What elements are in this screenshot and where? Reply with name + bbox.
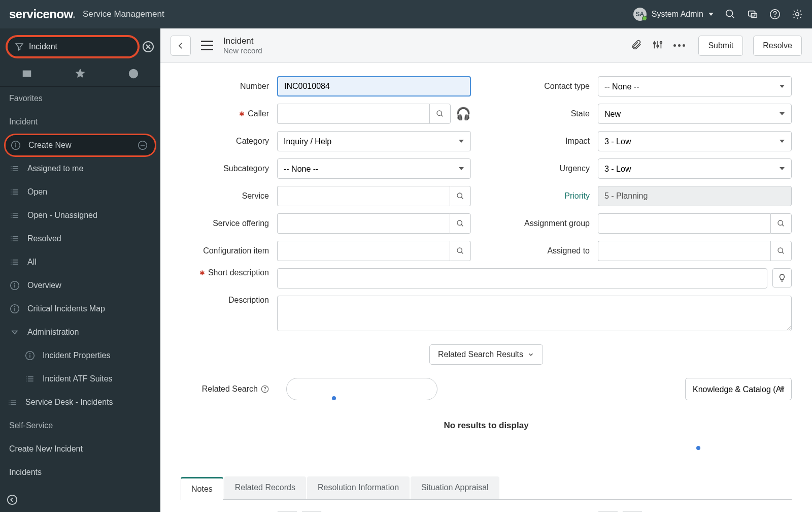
tab-related-records[interactable]: Related Records [224, 476, 306, 499]
tab-situation[interactable]: Situation Appraisal [411, 476, 499, 499]
logo: servicenow. [9, 7, 76, 21]
svg-line-77 [441, 115, 443, 116]
remove-icon[interactable] [137, 140, 148, 151]
nav-label: Create New Incident [9, 444, 83, 454]
nav-critical-map[interactable]: Critical Incidents Map [0, 297, 160, 321]
svg-point-6 [796, 13, 799, 16]
nav-administration[interactable]: Administration [0, 321, 160, 344]
contact-type-select[interactable]: -- None -- [598, 76, 792, 97]
nav-filter-input[interactable] [29, 42, 130, 51]
submit-button[interactable]: Submit [698, 36, 743, 56]
chat-icon[interactable] [747, 9, 758, 20]
global-search-icon[interactable] [725, 9, 736, 20]
nav-filter-box[interactable] [7, 37, 138, 57]
related-search-scope[interactable]: Knowledge & Catalog (All) [685, 378, 792, 400]
config-item-lookup-icon[interactable] [450, 241, 471, 261]
service-input[interactable] [277, 186, 450, 206]
nav-tab-all-apps-icon[interactable] [19, 66, 35, 81]
nav-create-new[interactable]: Create New [4, 134, 156, 157]
subcategory-select[interactable]: -- None -- [277, 158, 471, 179]
nav-tab-history-icon[interactable] [126, 66, 141, 81]
list-icon [9, 233, 20, 244]
assigned-to-input[interactable] [598, 241, 770, 261]
tab-notes[interactable]: Notes [181, 477, 223, 500]
settings-gear-icon[interactable] [792, 9, 803, 20]
nav-create-new-incident[interactable]: Create New Incident [0, 437, 160, 461]
funnel-icon [15, 42, 24, 51]
nav-label: Resolved [27, 234, 61, 243]
config-item-input[interactable] [277, 241, 450, 261]
category-select[interactable]: Inquiry / Help [277, 131, 471, 151]
back-button[interactable] [171, 36, 191, 56]
related-search-label: Related Search [181, 385, 277, 394]
tab-resolution-info[interactable]: Resolution Information [307, 476, 410, 499]
impact-label: Impact [501, 137, 598, 146]
priority-label[interactable]: Priority [501, 191, 598, 201]
caller-input[interactable] [277, 104, 429, 124]
avatar[interactable]: SA [633, 8, 647, 21]
personalize-icon[interactable] [652, 39, 663, 52]
number-input[interactable] [277, 76, 471, 97]
no-results-text: No results to display [181, 421, 792, 431]
number-label: Number [181, 82, 277, 91]
chevron-down-icon [9, 327, 20, 338]
suggestion-bulb-icon[interactable] [772, 268, 792, 287]
list-icon [9, 210, 20, 221]
assignment-group-lookup-icon[interactable] [770, 213, 792, 234]
assignment-group-label: Assignment group [501, 219, 598, 228]
nav-service-desk[interactable]: Service Desk - Incidents [0, 391, 160, 414]
headset-icon[interactable]: 🎧 [456, 107, 471, 121]
nav-label: Incident Properties [43, 351, 110, 360]
collapse-nav-icon[interactable] [5, 493, 19, 507]
nav-open-unassigned[interactable]: Open - Unassigned [0, 204, 160, 227]
nav-incident-properties[interactable]: Incident Properties [0, 344, 160, 367]
user-name[interactable]: System Admin [652, 10, 703, 19]
form-menu-icon[interactable] [197, 36, 217, 56]
impact-select[interactable]: 3 - Low [598, 131, 792, 151]
service-label: Service [181, 191, 277, 201]
assignment-group-input[interactable] [598, 213, 770, 234]
section-incident: Incident [0, 110, 160, 134]
short-desc-input[interactable] [277, 268, 767, 289]
attachment-icon[interactable] [631, 39, 642, 52]
nav-incidents[interactable]: Incidents [0, 461, 160, 484]
nav-all[interactable]: All [0, 250, 160, 274]
service-lookup-icon[interactable] [450, 186, 471, 206]
nav-tab-favorites-icon[interactable] [73, 66, 88, 81]
nav-incident-atf[interactable]: Incident ATF Suites [0, 367, 160, 391]
clear-filter-icon[interactable] [142, 40, 154, 53]
nav-resolved[interactable]: Resolved [0, 227, 160, 250]
config-item-label: Configuration item [181, 246, 277, 255]
description-textarea[interactable] [277, 296, 792, 331]
user-menu-caret-icon[interactable] [708, 13, 714, 16]
resolve-button[interactable]: Resolve [753, 36, 802, 56]
help-small-icon[interactable] [261, 385, 269, 393]
section-favorites: Favorites [0, 87, 160, 110]
urgency-select[interactable]: 3 - Low [598, 158, 792, 179]
list-icon [9, 163, 20, 174]
svg-point-0 [726, 10, 733, 17]
nav-open[interactable]: Open [0, 180, 160, 204]
info-icon [24, 350, 36, 361]
category-label: Category [181, 137, 277, 146]
assigned-to-label: Assigned to [501, 246, 598, 255]
related-search-input[interactable] [286, 378, 437, 400]
svg-line-81 [461, 225, 463, 226]
nav-label: All [27, 258, 37, 267]
nav-label: Service Desk - Incidents [25, 398, 113, 407]
assigned-to-lookup-icon[interactable] [770, 241, 792, 261]
related-results-toggle[interactable]: Related Search Results [429, 344, 543, 365]
help-icon[interactable] [769, 9, 781, 20]
short-desc-label: Short description [181, 268, 277, 277]
service-offering-input[interactable] [277, 213, 450, 234]
nav-overview[interactable]: Overview [0, 274, 160, 297]
section-self-service: Self-Service [0, 414, 160, 437]
caller-lookup-icon[interactable] [429, 104, 451, 124]
nav-assigned-to-me[interactable]: Assigned to me [0, 157, 160, 180]
indicator-dot [332, 396, 336, 400]
service-offering-lookup-icon[interactable] [450, 213, 471, 234]
svg-point-80 [457, 220, 462, 225]
more-actions-icon[interactable] [673, 44, 685, 47]
svg-point-82 [457, 248, 462, 252]
state-select[interactable]: New [598, 104, 792, 124]
